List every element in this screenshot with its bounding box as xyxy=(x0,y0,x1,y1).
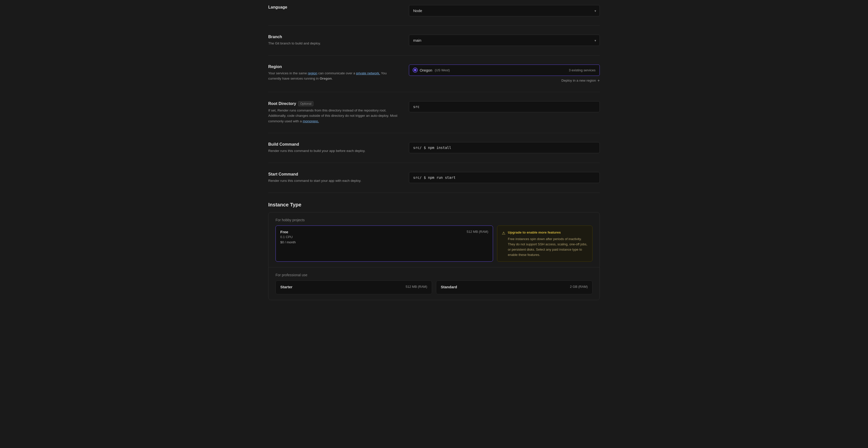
region-desc: Your services in the same region can com… xyxy=(268,70,399,82)
build-command-label: Build Command Render runs this command t… xyxy=(268,142,399,154)
region-title: Region xyxy=(268,65,399,69)
build-command-input[interactable] xyxy=(409,142,600,153)
branch-title: Branch xyxy=(268,35,399,39)
language-label: Language xyxy=(268,5,399,11)
standard-card-name: Standard xyxy=(441,285,457,289)
start-command-desc: Render runs this command to start your a… xyxy=(268,178,399,184)
deploy-new-region-button[interactable]: Deploy in a new region + xyxy=(409,78,600,83)
region-radio-dot xyxy=(413,68,417,72)
branch-desc: The Git branch to build and deploy. xyxy=(268,41,399,46)
root-directory-desc: If set, Render runs commands from this d… xyxy=(268,108,399,124)
start-command-input[interactable] xyxy=(409,172,600,183)
start-command-label: Start Command Render runs this command t… xyxy=(268,172,399,184)
start-command-control xyxy=(409,172,600,183)
divider-6 xyxy=(268,193,600,193)
instance-type-title: Instance Type xyxy=(268,202,600,208)
monorepo-link[interactable]: monorepo. xyxy=(303,119,319,123)
divider-4 xyxy=(268,133,600,133)
free-card-cpu: 0.1 CPU xyxy=(280,235,488,239)
upgrade-notice: ⚠ Upgrade to enable more features Free i… xyxy=(497,225,592,262)
professional-cards-row: Starter 512 MB (RAM) Standard 2 GB (RAM) xyxy=(276,281,592,294)
free-card-price: $0 / month xyxy=(280,240,488,244)
language-select-wrapper: Node Python Ruby Go Rust Docker Static S… xyxy=(409,5,600,16)
root-directory-title: Root Directory Optional xyxy=(268,101,399,106)
root-directory-label: Root Directory Optional If set, Render r… xyxy=(268,101,399,124)
root-directory-section: Root Directory Optional If set, Render r… xyxy=(268,101,600,124)
plus-icon: + xyxy=(597,78,600,83)
starter-card-header: Starter 512 MB (RAM) xyxy=(280,285,427,289)
professional-section: For professional use Starter 512 MB (RAM… xyxy=(269,267,599,300)
start-command-title: Start Command xyxy=(268,172,399,177)
branch-select[interactable]: main master develop staging xyxy=(409,35,600,46)
standard-card-header: Standard 2 GB (RAM) xyxy=(441,285,588,289)
standard-instance-card[interactable]: Standard 2 GB (RAM) xyxy=(436,281,592,294)
starter-card-name: Starter xyxy=(280,285,292,289)
language-control: Node Python Ruby Go Rust Docker Static S… xyxy=(409,5,600,16)
free-instance-card[interactable]: Free 512 MB (RAM) 0.1 CPU $0 / month xyxy=(276,225,493,262)
private-network-link[interactable]: private network. xyxy=(356,71,380,75)
region-link[interactable]: region xyxy=(308,71,317,75)
branch-section: Branch The Git branch to build and deplo… xyxy=(268,35,600,46)
region-option-code: (US West) xyxy=(435,68,450,72)
divider-3 xyxy=(268,92,600,92)
professional-section-label: For professional use xyxy=(276,273,592,277)
warning-icon: ⚠ xyxy=(502,230,505,258)
region-existing-services: 3 existing services xyxy=(569,68,595,72)
starter-card-ram: 512 MB (RAM) xyxy=(406,285,427,289)
region-option-name: Oregon xyxy=(420,68,432,72)
language-title: Language xyxy=(268,5,399,9)
build-command-section: Build Command Render runs this command t… xyxy=(268,142,600,154)
branch-control: main master develop staging ▾ xyxy=(409,35,600,46)
region-control: Oregon (US West) 3 existing services Dep… xyxy=(409,65,600,83)
root-directory-control xyxy=(409,101,600,112)
build-command-control xyxy=(409,142,600,153)
hobby-section: For hobby projects Free 512 MB (RAM) 0.1… xyxy=(269,213,599,268)
region-option-oregon[interactable]: Oregon (US West) 3 existing services xyxy=(409,65,600,76)
build-command-desc: Render runs this command to build your a… xyxy=(268,148,399,154)
language-section: Language Node Python Ruby Go Rust Docker… xyxy=(268,5,600,16)
optional-badge: Optional xyxy=(298,101,313,106)
free-card-name: Free xyxy=(280,230,288,234)
standard-card-ram: 2 GB (RAM) xyxy=(570,285,588,289)
hobby-cards-row: Free 512 MB (RAM) 0.1 CPU $0 / month ⚠ U… xyxy=(276,225,592,262)
divider-2 xyxy=(268,55,600,56)
branch-label: Branch The Git branch to build and deplo… xyxy=(268,35,399,46)
language-select[interactable]: Node Python Ruby Go Rust Docker Static S… xyxy=(409,5,600,16)
region-option-left: Oregon (US West) xyxy=(413,68,450,72)
branch-select-wrapper: main master develop staging ▾ xyxy=(409,35,600,46)
page-container: Language Node Python Ruby Go Rust Docker… xyxy=(258,0,610,315)
upgrade-notice-title: Upgrade to enable more features xyxy=(508,230,588,235)
divider-5 xyxy=(268,163,600,163)
free-card-ram: 512 MB (RAM) xyxy=(467,230,488,233)
build-command-title: Build Command xyxy=(268,142,399,147)
instance-type-container: For hobby projects Free 512 MB (RAM) 0.1… xyxy=(268,212,600,300)
region-label: Region Your services in the same region … xyxy=(268,65,399,82)
divider-1 xyxy=(268,25,600,26)
free-card-header: Free 512 MB (RAM) xyxy=(280,230,488,234)
root-directory-input[interactable] xyxy=(409,101,600,112)
instance-type-section: Instance Type For hobby projects Free 51… xyxy=(268,202,600,300)
starter-instance-card[interactable]: Starter 512 MB (RAM) xyxy=(276,281,432,294)
region-section: Region Your services in the same region … xyxy=(268,65,600,83)
upgrade-notice-content: Upgrade to enable more features Free ins… xyxy=(508,230,588,258)
hobby-section-label: For hobby projects xyxy=(276,218,592,222)
start-command-section: Start Command Render runs this command t… xyxy=(268,172,600,184)
